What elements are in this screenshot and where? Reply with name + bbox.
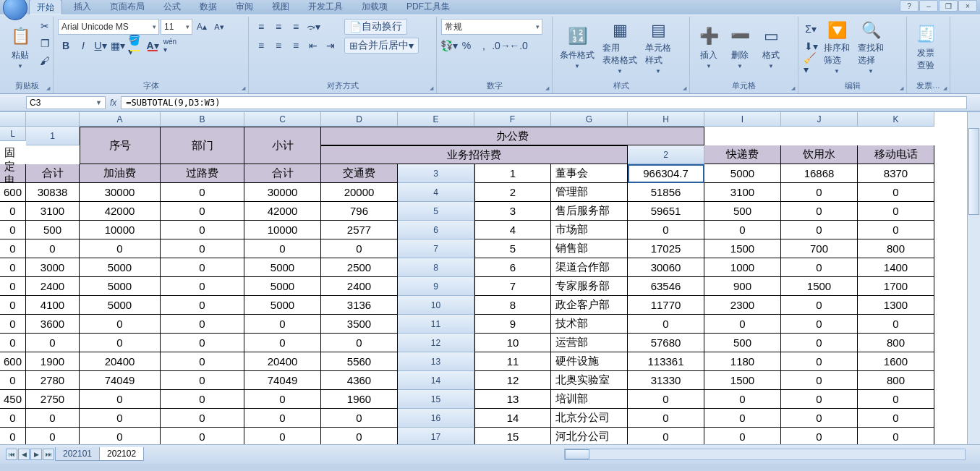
cell-K6[interactable]: 0 xyxy=(244,239,321,258)
row-header-12[interactable]: 12 xyxy=(398,334,474,352)
cell-K5[interactable]: 10000 xyxy=(244,221,321,239)
cell-K16[interactable]: 0 xyxy=(244,428,321,444)
indent-dec-button[interactable]: ⇤ xyxy=(305,38,321,54)
table-style-button[interactable]: ▦套用 表格格式▼ xyxy=(600,18,640,76)
cell-A15[interactable]: 13 xyxy=(474,390,551,409)
cell-A9[interactable]: 7 xyxy=(474,277,551,296)
row-header-14[interactable]: 14 xyxy=(398,371,474,390)
menu-tab-1[interactable]: 插入 xyxy=(67,0,98,14)
cell-C17[interactable]: 0 xyxy=(628,428,704,444)
cell-L6[interactable]: 0 xyxy=(321,239,398,258)
cell-J4[interactable]: 0 xyxy=(161,202,244,221)
row-header-10[interactable]: 10 xyxy=(398,296,474,315)
cell-B7[interactable]: 销售部 xyxy=(551,239,628,258)
cell-K7[interactable]: 5000 xyxy=(244,258,321,277)
cell-D9[interactable]: 900 xyxy=(704,277,781,296)
col-header-A[interactable]: A xyxy=(80,112,161,127)
col-header-H[interactable]: H xyxy=(628,112,704,127)
dec-decimal-button[interactable]: ←.0 xyxy=(511,38,527,54)
cell-C4[interactable]: 51856 xyxy=(628,183,704,202)
align-center-button[interactable]: ≡ xyxy=(270,38,286,54)
cell-A14[interactable]: 12 xyxy=(474,371,551,390)
cell-F10[interactable]: 1300 xyxy=(858,296,934,315)
col-header-K[interactable]: K xyxy=(858,112,934,127)
cell-D3[interactable]: 5000 xyxy=(704,164,781,183)
cell-F14[interactable]: 800 xyxy=(858,371,934,390)
cell-D14[interactable]: 1500 xyxy=(704,371,781,390)
italic-button[interactable]: I xyxy=(75,38,91,54)
cell-F11[interactable]: 0 xyxy=(858,315,934,334)
col-header-I[interactable]: I xyxy=(704,112,781,127)
menu-tab-5[interactable]: 审阅 xyxy=(229,0,260,14)
cell-J3[interactable]: 0 xyxy=(161,183,244,202)
cell-H14[interactable]: 2750 xyxy=(26,390,80,409)
cell-H10[interactable]: 3600 xyxy=(26,315,80,334)
inc-decimal-button[interactable]: .0→ xyxy=(493,38,509,54)
cell-L4[interactable]: 796 xyxy=(321,202,398,221)
clear-button[interactable]: 🧹▾ xyxy=(803,56,819,72)
cell-D6[interactable]: 0 xyxy=(704,221,781,239)
cell-L11[interactable]: 0 xyxy=(321,334,398,352)
cell-B11[interactable]: 技术部 xyxy=(551,315,628,334)
sheet-tab-202101[interactable]: 202101 xyxy=(55,447,100,461)
align-top-button[interactable]: ≡ xyxy=(253,19,269,35)
cut-button[interactable]: ✂ xyxy=(37,18,53,34)
underline-button[interactable]: U▾ xyxy=(93,38,108,54)
cell-G12[interactable]: 600 xyxy=(0,352,26,371)
align-middle-button[interactable]: ≡ xyxy=(270,19,286,35)
cell-L16[interactable]: 0 xyxy=(321,428,398,444)
cell-G6[interactable]: 0 xyxy=(0,239,26,258)
cell-K3[interactable]: 30000 xyxy=(244,183,321,202)
cell-G15[interactable]: 0 xyxy=(0,409,26,428)
cell-E5[interactable]: 0 xyxy=(781,202,858,221)
row-header-17[interactable]: 17 xyxy=(398,428,474,444)
cell-C11[interactable]: 0 xyxy=(628,315,704,334)
cell-K12[interactable]: 20400 xyxy=(244,352,321,371)
cell-D7[interactable]: 1500 xyxy=(704,239,781,258)
cell-E6[interactable]: 0 xyxy=(781,221,858,239)
cell-E3[interactable]: 16868 xyxy=(781,164,858,183)
minimize-button[interactable]: – xyxy=(919,0,938,12)
cell-I11[interactable]: 0 xyxy=(80,334,161,352)
cell-E4[interactable]: 0 xyxy=(781,183,858,202)
cell-J15[interactable]: 0 xyxy=(161,409,244,428)
menu-tab-8[interactable]: 加载项 xyxy=(354,0,395,14)
copy-button[interactable]: ❐ xyxy=(37,35,53,51)
cell-A17[interactable]: 15 xyxy=(474,428,551,444)
cell-H12[interactable]: 1900 xyxy=(26,352,80,371)
shrink-font-button[interactable]: A▾ xyxy=(211,19,227,35)
sheet-nav-prev[interactable]: ◀ xyxy=(18,449,30,460)
row-header-7[interactable]: 7 xyxy=(398,239,474,258)
cell-E12[interactable]: 0 xyxy=(781,334,858,352)
cell-L3[interactable]: 20000 xyxy=(321,183,398,202)
row-header-4[interactable]: 4 xyxy=(398,183,474,202)
cell-I3[interactable]: 30000 xyxy=(80,183,161,202)
cell-C10[interactable]: 11770 xyxy=(628,296,704,315)
col-header-C[interactable]: C xyxy=(244,112,321,127)
cell-J11[interactable]: 0 xyxy=(161,334,244,352)
orientation-button[interactable]: ⤼▾ xyxy=(305,19,321,35)
cell-I8[interactable]: 5000 xyxy=(80,277,161,296)
worksheet[interactable]: ABCDEFGHIJKL1序号部门小计办公费业务招待费2快递费饮用水移动电话固定… xyxy=(0,111,980,444)
cell-L7[interactable]: 2500 xyxy=(321,258,398,277)
cell-H11[interactable]: 0 xyxy=(26,334,80,352)
cell-G13[interactable]: 0 xyxy=(0,371,26,390)
cell-L9[interactable]: 3136 xyxy=(321,296,398,315)
currency-button[interactable]: 💱▾ xyxy=(441,38,457,54)
cell-A8[interactable]: 6 xyxy=(474,258,551,277)
cell-D13[interactable]: 1180 xyxy=(704,352,781,371)
cell-D16[interactable]: 0 xyxy=(704,409,781,428)
cond-format-button[interactable]: 🔢条件格式▼ xyxy=(557,18,597,76)
cell-G9[interactable]: 0 xyxy=(0,296,26,315)
cell-B14[interactable]: 北奥实验室 xyxy=(551,371,628,390)
cell-D4[interactable]: 3100 xyxy=(704,183,781,202)
sheet-tab-202102[interactable]: 202102 xyxy=(99,447,144,461)
cell-H16[interactable]: 0 xyxy=(26,428,80,444)
col-header-F[interactable]: F xyxy=(474,112,551,127)
cell-I4[interactable]: 42000 xyxy=(80,202,161,221)
menu-tab-6[interactable]: 视图 xyxy=(265,0,297,14)
row-header-13[interactable]: 13 xyxy=(398,352,474,371)
cell-H7[interactable]: 3000 xyxy=(26,258,80,277)
row-header-2[interactable]: 2 xyxy=(628,145,704,164)
cell-K13[interactable]: 74049 xyxy=(244,371,321,390)
